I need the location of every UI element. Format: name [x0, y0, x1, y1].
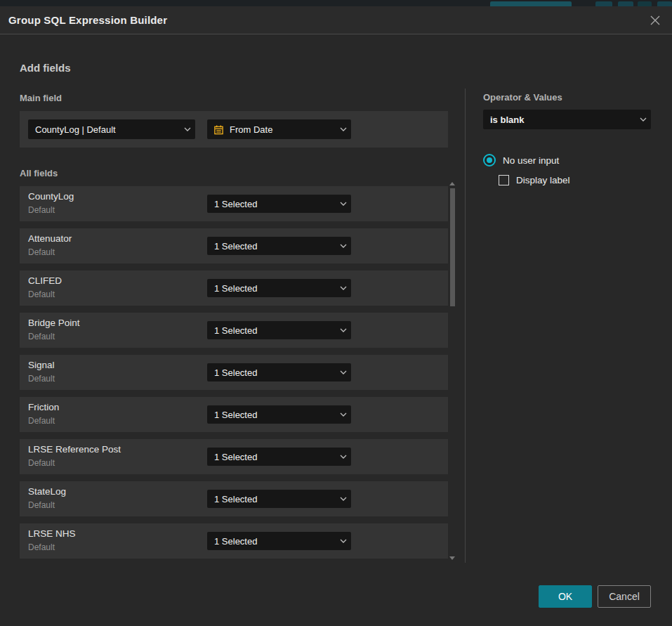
field-name: StateLog: [28, 486, 66, 497]
display-label-checkbox-row[interactable]: Display label: [499, 175, 570, 185]
main-field-label: Main field: [20, 93, 62, 103]
field-subtitle: Default: [28, 542, 55, 552]
main-field-select-value: From Date: [224, 124, 336, 135]
titlebar-divider: [0, 34, 672, 34]
background-toolbar-fragment: [618, 1, 633, 6]
fields-list-scrollbar[interactable]: [448, 181, 456, 561]
scrollbar-up-arrow-icon[interactable]: [449, 182, 455, 185]
field-selection-dropdown[interactable]: 1 Selected: [207, 532, 351, 550]
field-row: StateLog Default 1 Selected: [20, 481, 448, 516]
field-name: LRSE NHS: [28, 528, 76, 539]
field-row: LRSE NHS Default 1 Selected: [20, 523, 448, 559]
layer-select-value: CountyLog | Default: [28, 124, 180, 135]
field-selection-dropdown[interactable]: 1 Selected: [207, 448, 351, 466]
field-row: Attenuator Default 1 Selected: [20, 228, 448, 263]
radio-selected-icon[interactable]: [483, 154, 496, 167]
field-row: CountyLog Default 1 Selected: [20, 186, 448, 221]
scrollbar-down-arrow-icon[interactable]: [449, 556, 455, 560]
field-subtitle: Default: [28, 416, 55, 426]
field-subtitle: Default: [28, 500, 55, 510]
operator-select-dropdown[interactable]: is blank: [483, 110, 651, 129]
chevron-down-icon: [336, 539, 351, 543]
dialog-titlebar: Group SQL Expression Builder: [0, 6, 672, 34]
field-selection-dropdown[interactable]: 1 Selected: [207, 279, 351, 297]
field-row: Friction Default 1 Selected: [20, 397, 448, 432]
field-selection-value: 1 Selected: [207, 536, 336, 547]
chevron-down-icon: [336, 412, 351, 417]
ok-button[interactable]: OK: [539, 585, 592, 608]
chevron-down-icon: [336, 328, 351, 332]
add-fields-heading: Add fields: [20, 62, 71, 74]
scrollbar-thumb[interactable]: [450, 188, 455, 306]
field-subtitle: Default: [28, 458, 55, 468]
field-selection-value: 1 Selected: [207, 410, 336, 420]
field-row: CLIFED Default 1 Selected: [20, 270, 448, 306]
field-row: LRSE Reference Post Default 1 Selected: [20, 439, 448, 474]
field-row: Bridge Point Default 1 Selected: [20, 313, 448, 348]
chevron-down-icon: [336, 286, 351, 290]
chevron-down-icon: [635, 117, 651, 122]
no-user-input-radio-row[interactable]: No user input: [483, 154, 559, 167]
chevron-down-icon: [336, 127, 351, 131]
operator-values-heading: Operator & Values: [483, 92, 562, 103]
field-name: Friction: [28, 402, 59, 412]
field-selection-value: 1 Selected: [207, 325, 336, 336]
field-name: Signal: [28, 360, 55, 370]
chevron-down-icon: [336, 202, 351, 206]
background-live-view-button-fragment: [490, 1, 572, 6]
display-label-label: Display label: [516, 175, 570, 185]
chevron-down-icon: [336, 455, 351, 459]
field-subtitle: Default: [28, 332, 55, 341]
main-field-select-dropdown[interactable]: From Date: [207, 119, 351, 139]
field-selection-value: 1 Selected: [207, 367, 336, 378]
field-subtitle: Default: [28, 205, 55, 215]
no-user-input-label: No user input: [503, 155, 559, 166]
cancel-button[interactable]: Cancel: [598, 585, 651, 608]
field-row: Signal Default 1 Selected: [20, 355, 448, 390]
field-selection-dropdown[interactable]: 1 Selected: [207, 195, 351, 213]
dialog-title: Group SQL Expression Builder: [8, 6, 167, 34]
all-fields-list: CountyLog Default 1 Selected Attenuator …: [20, 186, 448, 559]
field-name: Bridge Point: [28, 318, 80, 328]
field-selection-dropdown[interactable]: 1 Selected: [207, 363, 351, 382]
group-sql-expression-builder-dialog: Group SQL Expression Builder Add fields …: [0, 6, 672, 626]
background-toolbar-fragment: [657, 1, 672, 6]
layer-select-dropdown[interactable]: CountyLog | Default: [28, 119, 195, 139]
field-name: CountyLog: [28, 191, 74, 202]
main-field-panel: CountyLog | Default From Date: [20, 111, 448, 148]
chevron-down-icon: [336, 370, 351, 374]
background-toolbar-fragment: [595, 1, 612, 6]
field-selection-value: 1 Selected: [207, 241, 336, 252]
calendar-icon: [213, 124, 224, 135]
operator-select-value: is blank: [483, 115, 635, 125]
chevron-down-icon: [336, 244, 351, 248]
field-selection-dropdown[interactable]: 1 Selected: [207, 321, 351, 339]
panel-divider: [465, 89, 466, 563]
background-app-strip: [0, 0, 672, 6]
background-toolbar-fragment: [638, 1, 652, 6]
field-selection-value: 1 Selected: [207, 494, 336, 504]
chevron-down-icon: [180, 127, 195, 131]
field-subtitle: Default: [28, 374, 55, 384]
field-name: CLIFED: [28, 275, 62, 286]
field-name: Attenuator: [28, 233, 72, 244]
checkbox-unchecked-icon[interactable]: [499, 175, 509, 185]
field-selection-dropdown[interactable]: 1 Selected: [207, 490, 351, 508]
field-selection-value: 1 Selected: [207, 283, 336, 294]
chevron-down-icon: [336, 497, 351, 501]
field-selection-dropdown[interactable]: 1 Selected: [207, 237, 351, 255]
field-subtitle: Default: [28, 289, 55, 299]
field-selection-value: 1 Selected: [207, 199, 336, 209]
field-selection-dropdown[interactable]: 1 Selected: [207, 405, 351, 424]
close-icon: [649, 14, 661, 27]
field-subtitle: Default: [28, 247, 55, 257]
field-name: LRSE Reference Post: [28, 444, 121, 455]
close-button[interactable]: [647, 13, 663, 28]
field-selection-value: 1 Selected: [207, 452, 336, 462]
all-fields-label: All fields: [20, 168, 58, 178]
